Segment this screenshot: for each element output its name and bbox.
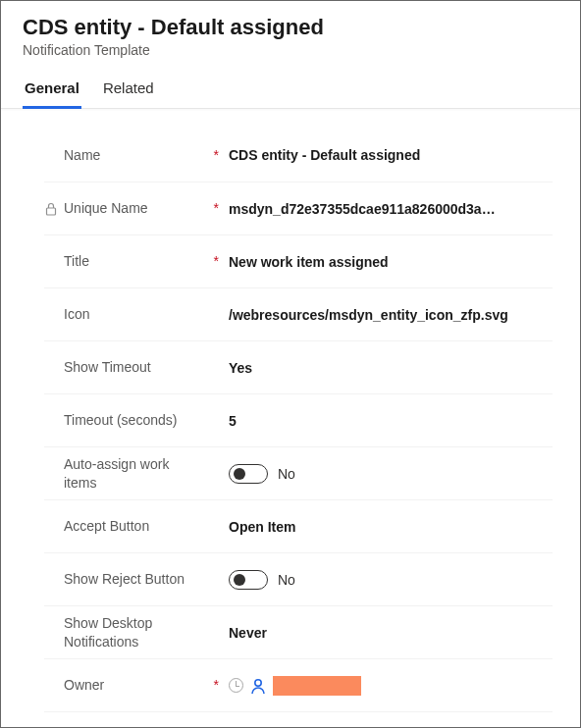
required-indicator: *: [209, 676, 219, 694]
field-label: Show Timeout: [44, 358, 229, 376]
form-general: Name * CDS entity - Default assigned Uni…: [44, 129, 553, 712]
show-reject-toggle[interactable]: [229, 570, 268, 590]
field-row-unique-name: Unique Name * msdyn_d72e37355dcae911a826…: [44, 182, 553, 234]
required-indicator: *: [209, 199, 219, 217]
icon-field[interactable]: /webresources/msdyn_entity_icon_zfp.svg: [229, 307, 553, 323]
field-row-show-timeout: Show Timeout Yes: [44, 340, 553, 393]
field-row-show-reject: Show Reject Button No: [44, 552, 553, 605]
form-tabs: General Related: [23, 72, 558, 108]
record-header: CDS entity - Default assigned Notificati…: [1, 1, 580, 109]
tab-related[interactable]: Related: [101, 72, 156, 109]
field-row-name: Name * CDS entity - Default assigned: [44, 129, 553, 182]
field-row-icon: Icon /webresources/msdyn_entity_icon_zfp…: [44, 287, 553, 340]
person-icon: [249, 677, 267, 695]
show-reject-field: No: [229, 570, 553, 590]
unique-name-field: msdyn_d72e37355dcae911a826000d3a…: [229, 201, 553, 217]
title-field[interactable]: New work item assigned: [229, 254, 553, 270]
required-indicator: *: [209, 146, 219, 164]
svg-rect-0: [47, 208, 56, 215]
field-label: Show Reject Button: [44, 570, 229, 588]
field-row-accept-button: Accept Button Open Item: [44, 499, 553, 552]
field-label: Accept Button: [44, 517, 229, 535]
record-entity-name: Notification Template: [23, 42, 558, 58]
show-reject-toggle-label: No: [278, 572, 295, 588]
owner-field[interactable]: [229, 676, 553, 696]
clock-icon: [229, 678, 243, 693]
field-label: Unique Name *: [44, 199, 229, 217]
field-label: Icon: [44, 305, 229, 323]
field-row-desktop-notifications: Show Desktop Notifications Never: [44, 605, 553, 658]
owner-value-redacted: [273, 676, 361, 696]
accept-button-field[interactable]: Open Item: [229, 519, 553, 535]
form-body: Name * CDS entity - Default assigned Uni…: [1, 109, 580, 712]
field-label: Title *: [44, 252, 229, 270]
field-row-timeout: Timeout (seconds) 5: [44, 393, 553, 446]
auto-assign-toggle-label: No: [278, 466, 295, 482]
field-label: Auto-assign work items: [44, 455, 229, 491]
field-label: Name *: [44, 146, 229, 164]
field-label: Show Desktop Notifications: [44, 614, 229, 650]
required-indicator: *: [209, 252, 219, 270]
svg-point-1: [255, 679, 261, 685]
record-title: CDS entity - Default assigned: [23, 15, 558, 40]
auto-assign-toggle[interactable]: [229, 464, 268, 484]
field-row-title: Title * New work item assigned: [44, 234, 553, 287]
field-label: Timeout (seconds): [44, 411, 229, 429]
field-label: Owner *: [44, 676, 229, 694]
auto-assign-field: No: [229, 464, 553, 484]
tab-general[interactable]: General: [23, 72, 81, 109]
lock-icon: [44, 202, 58, 216]
timeout-field[interactable]: 5: [229, 413, 553, 429]
field-row-owner: Owner *: [44, 658, 553, 711]
show-timeout-field[interactable]: Yes: [229, 360, 553, 376]
desktop-notifications-field[interactable]: Never: [229, 625, 553, 641]
app-frame: CDS entity - Default assigned Notificati…: [0, 0, 581, 728]
name-field[interactable]: CDS entity - Default assigned: [229, 147, 553, 163]
field-row-auto-assign: Auto-assign work items No: [44, 446, 553, 499]
